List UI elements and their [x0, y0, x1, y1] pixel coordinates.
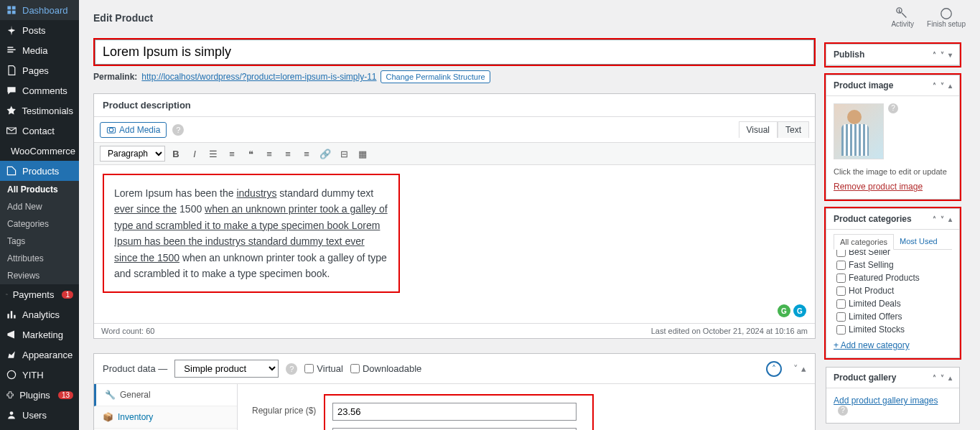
sub-attributes[interactable]: Attributes	[0, 250, 79, 267]
pd-tab-inventory[interactable]: 📦Inventory	[94, 406, 237, 429]
product-data-label: Product data —	[103, 363, 167, 374]
category-item[interactable]: Limited Offers	[834, 310, 952, 323]
toolbar-toggle-button[interactable]: ▦	[355, 146, 370, 162]
sidebar-comments[interactable]: Comments	[0, 80, 79, 101]
sort-icon[interactable]: ▾	[948, 51, 952, 59]
sidebar-marketing[interactable]: Marketing	[0, 324, 79, 345]
align-left-button[interactable]: ≡	[261, 146, 277, 162]
product-image-thumbnail[interactable]	[834, 103, 884, 159]
sort-handle-icon[interactable]: ▴	[801, 363, 806, 374]
plugins-icon	[6, 389, 14, 401]
box-icon: 📦	[103, 412, 113, 422]
category-list[interactable]: Best SellerFast SellingFeatured Products…	[834, 250, 952, 336]
chevron-down-icon[interactable]: ˅	[941, 374, 944, 382]
finish-setup-button[interactable]: Finish setup	[927, 7, 966, 28]
downloadable-checkbox[interactable]: Downloadable	[350, 363, 421, 374]
sub-reviews[interactable]: Reviews	[0, 267, 79, 284]
link-button[interactable]: 🔗	[317, 146, 333, 162]
gallery-head[interactable]: Product gallery˄˅▴	[826, 368, 959, 388]
sidebar-label: Appearance	[22, 350, 73, 360]
help-icon[interactable]: ?	[888, 103, 898, 113]
help-icon[interactable]: ?	[838, 406, 848, 416]
categories-head[interactable]: Product categories˄˅▴	[826, 209, 959, 230]
quote-button[interactable]: ❝	[243, 146, 258, 162]
bullet-list-button[interactable]: ☰	[205, 146, 221, 162]
readmore-button[interactable]: ⊟	[336, 146, 352, 162]
cat-tab-all[interactable]: All categories	[834, 234, 894, 250]
format-select[interactable]: Paragraph	[100, 146, 165, 162]
product-image-head[interactable]: Product image˄˅▴	[826, 75, 959, 96]
change-permalink-button[interactable]: Change Permalink Structure	[381, 70, 490, 83]
chevron-up-icon[interactable]: ˄	[933, 374, 936, 382]
category-item[interactable]: Limited Deals	[834, 297, 952, 310]
category-item[interactable]: Hot Product	[834, 284, 952, 297]
sub-tags[interactable]: Tags	[0, 233, 79, 250]
chevron-down-icon[interactable]: ˅	[941, 82, 944, 90]
chevron-up-icon[interactable]: ˄	[933, 82, 936, 90]
italic-button[interactable]: I	[187, 146, 202, 162]
editor-content[interactable]: Lorem Ipsum has been the industrys stand…	[94, 165, 815, 323]
pd-tab-general[interactable]: 🔧General	[94, 384, 237, 406]
sidebar-media[interactable]: Media	[0, 40, 79, 60]
remove-image-link[interactable]: Remove product image	[834, 182, 952, 192]
sidebar-testimonials[interactable]: Testimonials	[0, 101, 79, 121]
help-icon[interactable]: ?	[172, 124, 184, 136]
sidebar-dashboard[interactable]: Dashboard	[0, 0, 79, 20]
sort-icon[interactable]: ▴	[948, 374, 952, 382]
category-item[interactable]: Fast Selling	[834, 258, 952, 271]
permalink-url[interactable]: http://localhost/wordpress/?product=lore…	[141, 72, 376, 82]
number-list-button[interactable]: ≡	[224, 146, 240, 162]
virtual-checkbox[interactable]: Virtual	[304, 363, 343, 374]
sidebar-plugins[interactable]: Plugins13	[0, 385, 79, 405]
category-item[interactable]: Limited Stocks	[834, 323, 952, 336]
analytics-icon	[6, 309, 17, 320]
product-data-header: Product data — Simple product ? Virtual …	[94, 354, 815, 384]
category-item[interactable]: Best Seller	[834, 250, 952, 258]
activity-label: Activity	[891, 20, 914, 28]
sidebar-posts[interactable]: Posts	[0, 20, 79, 40]
wrench-icon: 🔧	[105, 390, 116, 400]
sidebar-products[interactable]: Products	[0, 161, 79, 181]
sidebar-pages[interactable]: Pages	[0, 60, 79, 80]
svg-rect-1	[6, 294, 7, 294]
grammarly-icon[interactable]: G	[778, 304, 790, 317]
add-gallery-link[interactable]: Add product gallery images	[834, 396, 938, 406]
sort-icon[interactable]: ▴	[948, 215, 952, 223]
sidebar-appearance[interactable]: Appearance	[0, 345, 79, 365]
align-center-button[interactable]: ≡	[280, 146, 296, 162]
plugins-badge: 13	[58, 391, 73, 399]
dashboard-icon	[6, 4, 17, 16]
chevron-down-icon[interactable]: ˅	[793, 363, 798, 374]
chevron-down-icon[interactable]: ˅	[941, 215, 944, 223]
sidebar-users[interactable]: Users	[0, 405, 79, 425]
regular-price-input[interactable]	[332, 403, 577, 421]
cat-tab-used[interactable]: Most Used	[894, 234, 943, 249]
sidebar-tools[interactable]: Tools	[0, 425, 79, 430]
chevron-up-icon[interactable]: ˄	[933, 51, 936, 59]
product-type-select[interactable]: Simple product	[174, 360, 279, 378]
sub-all-products[interactable]: All Products	[0, 181, 79, 198]
chevron-down-icon[interactable]: ˅	[941, 51, 944, 59]
sidebar-contact[interactable]: Contact	[0, 121, 79, 141]
add-category-link[interactable]: + Add new category	[834, 340, 952, 350]
sidebar-woocommerce[interactable]: WooCommerce	[0, 141, 79, 161]
sub-add-new[interactable]: Add New	[0, 198, 79, 215]
sidebar-analytics[interactable]: Analytics	[0, 304, 79, 324]
bold-button[interactable]: B	[168, 146, 184, 162]
tab-visual[interactable]: Visual	[739, 121, 778, 138]
category-item[interactable]: Featured Products	[834, 271, 952, 284]
align-right-button[interactable]: ≡	[299, 146, 314, 162]
activity-button[interactable]: Activity	[891, 7, 914, 28]
add-media-button[interactable]: Add Media	[100, 122, 167, 138]
chevron-up-icon[interactable]: ˄	[933, 215, 936, 223]
sort-icon[interactable]: ▴	[948, 82, 952, 90]
sidebar-payments[interactable]: Payments1	[0, 284, 79, 304]
collapse-toggle[interactable]: ˄	[766, 361, 782, 377]
sub-categories[interactable]: Categories	[0, 215, 79, 233]
product-title-input[interactable]	[95, 39, 814, 65]
ai-assist-icon[interactable]: G	[793, 304, 806, 317]
tab-text[interactable]: Text	[778, 121, 809, 138]
sidebar-yith[interactable]: YITH	[0, 365, 79, 385]
help-icon[interactable]: ?	[286, 363, 297, 375]
publish-head[interactable]: Publish˄˅▾	[826, 45, 959, 65]
